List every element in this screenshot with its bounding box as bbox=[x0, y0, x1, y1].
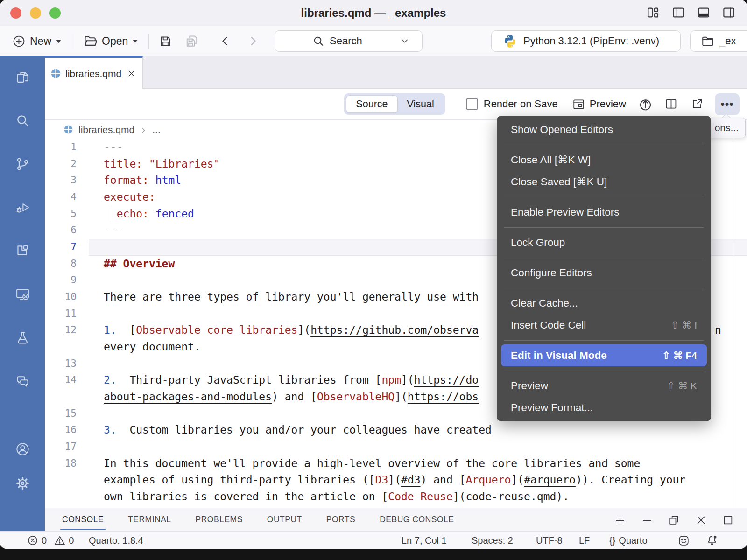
menu-item-clear-cache[interactable]: Clear Cache... bbox=[497, 292, 711, 314]
navigate-forward-button[interactable] bbox=[247, 26, 260, 56]
publish-icon[interactable] bbox=[638, 97, 652, 111]
encoding-status[interactable]: UTF-8 bbox=[536, 532, 563, 549]
window-title: libraries.qmd — _examples bbox=[0, 0, 747, 26]
split-editor-icon[interactable] bbox=[664, 97, 678, 111]
line-number: 12 bbox=[45, 322, 77, 339]
tab-libraries-qmd[interactable]: libraries.qmd bbox=[45, 56, 143, 89]
menu-item-label: Configure Editors bbox=[511, 267, 592, 279]
problems-status[interactable]: 0 0 bbox=[27, 532, 74, 549]
save-all-button[interactable] bbox=[185, 26, 199, 56]
menu-item-configure-editors[interactable]: Configure Editors bbox=[497, 262, 711, 284]
open-button[interactable]: Open bbox=[83, 26, 138, 56]
menu-item-insert-code-cell[interactable]: Insert Code Cell⇧ ⌘ I bbox=[497, 314, 711, 336]
menu-item-preview[interactable]: Preview⇧ ⌘ K bbox=[497, 375, 711, 397]
open-folder-icon bbox=[83, 34, 98, 49]
activity-bar bbox=[0, 56, 45, 531]
line-number: 18 bbox=[45, 455, 77, 472]
menu-item-label: Clear Cache... bbox=[511, 297, 578, 309]
cursor-position-status[interactable]: Ln 7, Col 1 bbox=[402, 532, 447, 549]
panel-tab-output[interactable]: OUTPUT bbox=[267, 508, 302, 532]
activity-item-explorer[interactable] bbox=[12, 67, 33, 87]
breadcrumb-chevron-icon bbox=[139, 126, 148, 134]
editor-line[interactable]: examples of using third-party libraries … bbox=[45, 472, 747, 489]
feedback-smiley-icon bbox=[678, 535, 690, 546]
panel-new-icon[interactable] bbox=[614, 514, 626, 526]
editor-line[interactable]: 18In this document we'll provide a high-… bbox=[45, 455, 747, 472]
new-button[interactable]: New bbox=[12, 26, 62, 56]
open-external-icon[interactable] bbox=[691, 97, 705, 111]
customize-layout-icon[interactable] bbox=[646, 6, 661, 21]
menu-item-close-all-k-w[interactable]: Close All [⌘K W] bbox=[497, 149, 711, 171]
line-number: 3 bbox=[45, 172, 77, 189]
activity-item-extensions[interactable] bbox=[12, 240, 33, 261]
main-toolbar: New Open Search Python 3.12.1 bbox=[0, 26, 747, 56]
save-button[interactable] bbox=[159, 26, 172, 56]
menu-item-label: Edit in Visual Mode bbox=[511, 350, 607, 362]
panel-tab-debug-console[interactable]: DEBUG CONSOLE bbox=[380, 508, 454, 532]
panel-close-icon[interactable] bbox=[695, 514, 707, 526]
menu-item-edit-in-visual-mode[interactable]: Edit in Visual Mode⇧ ⌘ F4 bbox=[501, 344, 707, 366]
menu-item-label: Preview bbox=[511, 380, 548, 392]
panel-tab-console[interactable]: CONSOLE bbox=[62, 508, 104, 532]
activity-item-remote-explorer[interactable] bbox=[12, 284, 33, 304]
editor-line[interactable]: 17 bbox=[45, 439, 747, 455]
menu-item-label: Preview Format... bbox=[511, 402, 593, 414]
indentation-status[interactable]: Spaces: 2 bbox=[472, 532, 513, 549]
menu-item-enable-preview-editors[interactable]: Enable Preview Editors bbox=[497, 201, 711, 223]
quarto-version-status[interactable]: Quarto: 1.8.4 bbox=[89, 532, 143, 549]
workspace-selector[interactable]: _ex bbox=[690, 30, 747, 52]
line-number: 16 bbox=[45, 422, 77, 439]
breadcrumb-ellipsis[interactable]: ... bbox=[152, 124, 161, 135]
activity-item-search[interactable] bbox=[12, 110, 33, 131]
mode-source-button[interactable]: Source bbox=[346, 95, 397, 113]
eol-status[interactable]: LF bbox=[579, 532, 590, 549]
menu-divider bbox=[504, 227, 704, 228]
chat-icon bbox=[15, 373, 30, 389]
mode-visual-button[interactable]: Visual bbox=[398, 95, 444, 113]
activity-item-account[interactable] bbox=[12, 439, 33, 459]
toggle-right-sidebar-icon[interactable] bbox=[722, 6, 737, 21]
line-number: 17 bbox=[45, 439, 77, 455]
preview-button[interactable]: Preview bbox=[572, 98, 626, 111]
menu-item-close-saved-k-u[interactable]: Close Saved [⌘K U] bbox=[497, 171, 711, 193]
panel-restore-icon[interactable] bbox=[668, 514, 680, 526]
tab-close-icon[interactable] bbox=[127, 69, 136, 78]
activity-item-settings[interactable] bbox=[12, 473, 33, 493]
panel-tab-terminal[interactable]: TERMINAL bbox=[128, 508, 171, 532]
search-box[interactable]: Search bbox=[275, 30, 423, 52]
editor-line[interactable]: own libraries is covered in the article … bbox=[45, 489, 747, 505]
save-icon bbox=[159, 35, 172, 48]
activity-item-chat[interactable] bbox=[12, 371, 33, 391]
tab-label: libraries.qmd bbox=[65, 68, 121, 79]
activity-item-source-control[interactable] bbox=[12, 154, 33, 174]
menu-item-shortcut: ⇧ ⌘ F4 bbox=[662, 350, 697, 361]
search-icon bbox=[15, 113, 30, 128]
activity-item-testing[interactable] bbox=[12, 327, 33, 348]
more-actions-button[interactable]: ••• bbox=[715, 93, 740, 115]
menu-divider bbox=[504, 197, 704, 197]
render-on-save-checkbox[interactable] bbox=[466, 98, 478, 110]
panel-maximize-icon[interactable] bbox=[722, 514, 734, 526]
render-on-save-label: Render on Save bbox=[484, 98, 558, 110]
interpreter-selector[interactable]: Python 3.12.1 (PipEnv: .venv) bbox=[491, 30, 681, 52]
workspace-folder-icon bbox=[701, 35, 714, 48]
navigate-back-button[interactable] bbox=[218, 26, 232, 56]
menu-item-lock-group[interactable]: Lock Group bbox=[497, 231, 711, 253]
breadcrumb-file[interactable]: libraries.qmd bbox=[78, 124, 134, 135]
settings-icon bbox=[15, 476, 30, 491]
panel-tab-problems[interactable]: PROBLEMS bbox=[196, 508, 243, 532]
menu-divider bbox=[504, 340, 704, 341]
menu-item-preview-format[interactable]: Preview Format... bbox=[497, 397, 711, 419]
panel-minimize-icon[interactable] bbox=[641, 514, 653, 526]
toggle-bottom-panel-icon[interactable] bbox=[697, 6, 712, 21]
feedback-button[interactable] bbox=[678, 532, 690, 549]
editor-line[interactable]: 163. Custom libraries you and/or your co… bbox=[45, 422, 747, 439]
menu-item-show-opened-editors[interactable]: Show Opened Editors bbox=[497, 119, 711, 140]
open-caret-icon bbox=[132, 39, 138, 43]
toggle-left-sidebar-icon[interactable] bbox=[671, 6, 686, 21]
menu-item-label: Insert Code Cell bbox=[511, 319, 586, 331]
language-mode-status[interactable]: {} Quarto bbox=[609, 532, 648, 549]
notifications-button[interactable] bbox=[706, 532, 718, 549]
panel-tab-ports[interactable]: PORTS bbox=[326, 508, 355, 532]
activity-item-run-and-debug[interactable] bbox=[12, 197, 33, 217]
